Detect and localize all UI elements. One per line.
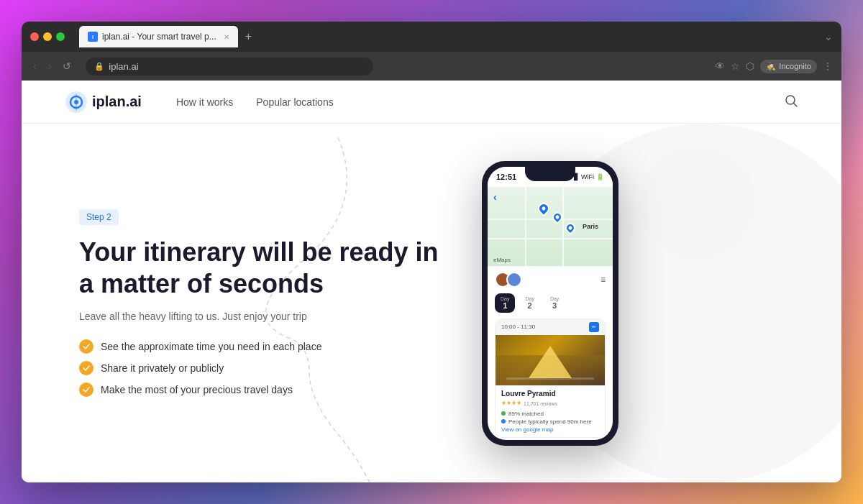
match-row: 89% matched bbox=[501, 411, 599, 417]
map-pin-3 bbox=[563, 221, 577, 235]
forward-button[interactable]: › bbox=[45, 58, 55, 75]
feature-list: See the approximate time you need in eac… bbox=[79, 339, 439, 397]
day-tab-2[interactable]: Day 2 bbox=[519, 293, 539, 313]
day-tab-2-label: Day bbox=[525, 296, 534, 301]
new-tab-button[interactable]: + bbox=[241, 29, 256, 45]
time-dot bbox=[501, 419, 506, 423]
map-link[interactable]: View on google map bbox=[501, 426, 599, 433]
feature-text-3: Make the most of your precious travel da… bbox=[101, 384, 293, 395]
back-button[interactable]: ‹ bbox=[30, 58, 40, 75]
activity-stars: ★★★★ bbox=[501, 400, 521, 406]
activity-card: 10:00 - 11:30 ✏ Louv bbox=[495, 319, 606, 438]
feature-text-1: See the approximate time you need in eac… bbox=[101, 341, 321, 352]
day-tabs: Day 1 Day 2 Day 3 bbox=[495, 293, 606, 313]
extensions-icon[interactable]: ⬡ bbox=[746, 60, 754, 72]
hero-left: Step 2 Your itinerary will be ready in a… bbox=[79, 209, 439, 396]
tab-title: iplan.ai - Your smart travel p... bbox=[102, 32, 216, 42]
hero-section: Step 2 Your itinerary will be ready in a… bbox=[22, 124, 841, 482]
day-tab-3-num: 3 bbox=[552, 301, 557, 310]
phone-mockup: 12:51 ▊ WiFi 🔋 bbox=[482, 161, 618, 446]
nav-links: How it works Popular locations bbox=[176, 96, 334, 108]
check-icon-3 bbox=[79, 382, 93, 397]
maps-label: eMaps bbox=[493, 257, 511, 263]
pyramid-shape bbox=[529, 346, 572, 378]
feature-item-2: Share it privately or publicly bbox=[79, 361, 439, 375]
hero-title: Your itinerary will be ready in a matter… bbox=[79, 237, 439, 298]
activity-time-text: 10:00 - 11:30 bbox=[501, 324, 535, 330]
active-tab[interactable]: i iplan.ai - Your smart travel p... ✕ bbox=[79, 26, 238, 47]
day-tab-1-label: Day bbox=[501, 296, 509, 301]
check-icon-1 bbox=[79, 339, 93, 354]
logo-text: iplan.ai bbox=[92, 93, 142, 110]
lock-icon: 🔒 bbox=[94, 62, 104, 71]
phone-menu-icon[interactable]: ≡ bbox=[601, 275, 606, 285]
browser-titlebar: i iplan.ai - Your smart travel p... ✕ + … bbox=[22, 22, 841, 52]
feature-item-1: See the approximate time you need in eac… bbox=[79, 339, 439, 354]
activity-review-count: 11,701 reviews bbox=[524, 401, 557, 406]
hero-right: 12:51 ▊ WiFi 🔋 bbox=[482, 161, 618, 446]
tab-bar: i iplan.ai - Your smart travel p... ✕ + bbox=[79, 26, 818, 47]
avatar-2 bbox=[506, 272, 522, 288]
url-text: iplan.ai bbox=[109, 61, 138, 72]
day-tab-2-num: 2 bbox=[528, 301, 532, 310]
activity-time-row: 10:00 - 11:30 ✏ bbox=[496, 319, 605, 335]
time-spend-row: People typically spend 90m here bbox=[501, 418, 599, 425]
activity-image bbox=[496, 335, 605, 385]
match-dot bbox=[501, 411, 506, 416]
time-spend-text: People typically spend 90m here bbox=[508, 418, 592, 425]
activity-meta: 89% matched People typically spend 90m h… bbox=[501, 411, 599, 433]
bookmark-icon[interactable]: ☆ bbox=[731, 60, 740, 72]
activity-info: Louvre Pyramid ★★★★ 11,701 reviews 89 bbox=[496, 385, 605, 437]
search-icon[interactable] bbox=[784, 93, 798, 111]
window-controls-right: ⌄ bbox=[824, 31, 833, 42]
incognito-icon: 🕵 bbox=[766, 62, 776, 71]
nav-how-it-works[interactable]: How it works bbox=[176, 96, 233, 108]
traffic-lights bbox=[30, 32, 65, 41]
edit-icon[interactable]: ✏ bbox=[589, 322, 599, 332]
tab-favicon: i bbox=[88, 32, 98, 42]
close-button[interactable] bbox=[30, 32, 39, 41]
minimize-button[interactable] bbox=[43, 32, 52, 41]
phone-notch bbox=[525, 167, 575, 181]
site-nav: iplan.ai How it works Popular locations bbox=[22, 81, 841, 124]
phone-avatars bbox=[495, 272, 522, 288]
more-options-icon[interactable]: ⋮ bbox=[823, 60, 833, 72]
day-tab-1[interactable]: Day 1 bbox=[495, 293, 515, 313]
page-content: iplan.ai How it works Popular locations bbox=[22, 81, 841, 482]
phone-inner: 12:51 ▊ WiFi 🔋 bbox=[488, 167, 613, 440]
phone-profile-row: ≡ bbox=[495, 272, 606, 288]
logo-icon bbox=[65, 91, 88, 114]
feature-text-2: Share it privately or publicly bbox=[101, 362, 224, 374]
browser-window: i iplan.ai - Your smart travel p... ✕ + … bbox=[22, 22, 841, 482]
incognito-button[interactable]: 🕵 Incognito bbox=[760, 60, 817, 73]
phone-content: ≡ Day 1 Day 2 bbox=[488, 266, 613, 440]
eye-off-icon[interactable]: 👁 bbox=[715, 60, 725, 72]
browser-toolbar: ‹ › ↺ 🔒 iplan.ai 👁 ☆ ⬡ 🕵 Incognito ⋮ bbox=[22, 52, 841, 81]
refresh-button[interactable]: ↺ bbox=[60, 58, 74, 75]
tab-close-button[interactable]: ✕ bbox=[224, 33, 229, 41]
day-tab-3[interactable]: Day 3 bbox=[544, 293, 565, 313]
nav-popular-locations[interactable]: Popular locations bbox=[256, 96, 333, 108]
hero-subtitle: Leave all the heavy lifting to us. Just … bbox=[79, 311, 439, 322]
address-bar[interactable]: 🔒 iplan.ai bbox=[86, 58, 373, 75]
feature-item-3: Make the most of your precious travel da… bbox=[79, 382, 439, 397]
battery-icon: 🔋 bbox=[596, 173, 604, 180]
svg-line-5 bbox=[794, 103, 798, 106]
match-text: 89% matched bbox=[508, 411, 544, 417]
map-pin-1 bbox=[536, 200, 552, 216]
wifi-icon: WiFi bbox=[581, 173, 594, 180]
phone-status-icons: ▊ WiFi 🔋 bbox=[574, 173, 604, 180]
logo[interactable]: iplan.ai bbox=[65, 91, 142, 114]
deco-circle-small bbox=[640, 145, 755, 260]
phone-map: Paris ‹ eMaps bbox=[488, 187, 613, 266]
day-tab-1-num: 1 bbox=[503, 301, 507, 310]
day-tab-3-label: Day bbox=[550, 296, 559, 301]
city-label: Paris bbox=[583, 223, 598, 230]
check-icon-2 bbox=[79, 361, 93, 375]
maximize-button[interactable] bbox=[56, 32, 65, 41]
map-back-button[interactable]: ‹ bbox=[493, 191, 497, 203]
phone-time: 12:51 bbox=[496, 173, 516, 181]
incognito-label: Incognito bbox=[779, 62, 811, 70]
step-badge: Step 2 bbox=[79, 209, 119, 225]
activity-name: Louvre Pyramid bbox=[501, 390, 599, 398]
